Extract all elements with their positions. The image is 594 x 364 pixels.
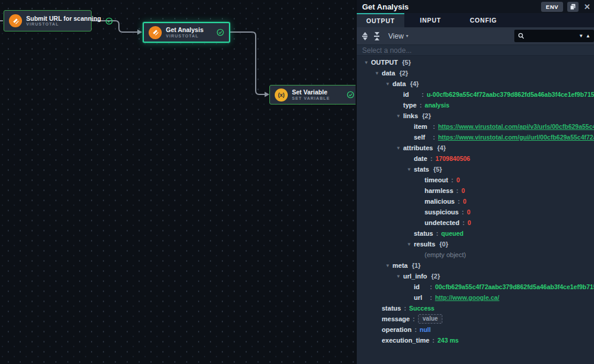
json-value: null	[420, 326, 431, 333]
tree-row: malicious:0	[357, 196, 594, 207]
expander-icon[interactable]: ▼	[384, 81, 392, 87]
app-window: Submit URL for scanning VIRUSTOTAL Get A…	[0, 0, 594, 364]
json-key: item	[414, 123, 430, 130]
search-box: ▼ ▲	[514, 30, 594, 42]
json-key: url	[414, 294, 427, 301]
chevron-down-icon: ▾	[406, 33, 408, 39]
json-key: status	[382, 305, 401, 312]
key-value-separator: :	[414, 326, 417, 333]
tree-row: url:http://www.google.ca/	[357, 292, 594, 303]
json-value: 0	[467, 208, 470, 216]
child-count: {5}	[402, 59, 411, 66]
tree-row: ▼stats{5}	[357, 164, 594, 175]
view-dropdown[interactable]: View ▾	[388, 32, 408, 40]
copy-button[interactable]	[567, 2, 579, 12]
search-input[interactable]	[527, 33, 576, 40]
tree-row: ▼meta{1}	[357, 260, 594, 271]
json-key: type	[403, 102, 417, 109]
json-key: data	[392, 80, 406, 87]
tree-row: undetected:0	[357, 217, 594, 228]
json-link-value[interactable]: http://www.google.ca/	[435, 294, 499, 301]
json-link-value[interactable]: https://www.virustotal.com/api/v3/urls/0…	[438, 123, 594, 130]
tree-row: ▼data{4}	[357, 78, 594, 89]
expander-icon[interactable]: ▼	[384, 263, 392, 268]
expander-icon[interactable]: ▼	[363, 60, 371, 65]
tree-row: execution_time:243 ms	[357, 335, 594, 346]
node-get-analysis[interactable]: Get Analysis VIRUSTOTAL	[143, 22, 230, 43]
child-count: {4}	[437, 144, 446, 151]
child-count: {4}	[410, 80, 419, 87]
tree-row: date:1709840506	[357, 153, 594, 164]
json-value: analysis	[425, 102, 449, 109]
search-next-icon[interactable]: ▲	[586, 34, 590, 39]
select-node-placeholder[interactable]: Select a node...	[357, 45, 594, 56]
env-button[interactable]: ENV	[541, 2, 563, 12]
workflow-canvas[interactable]: Submit URL for scanning VIRUSTOTAL Get A…	[0, 0, 356, 364]
child-count: {0}	[439, 240, 448, 248]
json-key: undetected	[425, 219, 460, 226]
json-value: 0	[461, 187, 465, 194]
tree-row: ▼data{2}	[357, 68, 594, 78]
tree-row: operation:null	[357, 324, 594, 335]
node-submit-url[interactable]: Submit URL for scanning VIRUSTOTAL	[4, 10, 92, 31]
search-prev-icon[interactable]: ▼	[579, 34, 583, 39]
key-value-separator: :	[456, 187, 458, 194]
json-link-value[interactable]: https://www.virustotal.com/gui/url/00cfb…	[438, 134, 594, 141]
tree-row: status:Success	[357, 303, 594, 314]
copy-icon	[570, 4, 576, 10]
key-value-separator: :	[461, 208, 464, 216]
success-check-icon	[347, 91, 354, 99]
expander-icon[interactable]: ▼	[406, 242, 414, 247]
json-key: meta	[392, 262, 408, 269]
tab-output[interactable]: OUTPUT	[357, 13, 404, 27]
child-count: {2}	[431, 273, 440, 280]
tree-row: id:u-00cfb629a55c4f72aabc379d862fd5a46ab…	[357, 89, 594, 100]
virustotal-icon	[9, 14, 22, 27]
tree-row: item:https://www.virustotal.com/api/v3/u…	[357, 121, 594, 132]
json-key: OUTPUT	[371, 59, 398, 66]
tree-row: id:00cfb629a55c4f72aabc379d862fd5a46ab3f…	[357, 281, 594, 292]
key-value-separator: :	[432, 337, 435, 344]
tab-input[interactable]: INPUT	[404, 13, 457, 27]
key-value-separator: :	[433, 123, 435, 130]
close-icon[interactable]: ✕	[584, 2, 590, 11]
json-key: self	[414, 134, 430, 141]
expander-icon[interactable]: ▼	[406, 167, 414, 172]
json-value: Success	[409, 305, 435, 312]
key-value-separator: :	[404, 305, 406, 312]
json-value: 0	[467, 219, 471, 226]
node-detail-panel: Get Analysis ENV ✕ OUTPUT INPUT CONFIG	[356, 0, 594, 364]
child-count: {1}	[412, 262, 421, 269]
json-key: stats	[414, 166, 429, 173]
key-value-separator: :	[430, 294, 432, 301]
collapse-all-icon[interactable]	[374, 32, 379, 40]
expander-icon[interactable]: ▼	[373, 71, 382, 76]
tree-row: ▼url_info{2}	[357, 271, 594, 281]
node-subtitle: SET VARIABLE	[292, 96, 330, 101]
key-value-separator: :	[430, 283, 432, 290]
key-value-separator: :	[451, 176, 454, 183]
output-json-tree: ▼OUTPUT{5}▼data{2}▼data{4}id:u-00cfb629a…	[357, 56, 594, 364]
json-key: url_info	[403, 273, 427, 280]
expander-icon[interactable]: ▼	[395, 274, 403, 279]
tree-row: timeout:0	[357, 175, 594, 185]
json-key: execution_time	[382, 337, 429, 344]
panel-tabbar: OUTPUT INPUT CONFIG	[357, 13, 594, 27]
key-value-separator: :	[458, 198, 460, 205]
expander-icon[interactable]: ▼	[395, 145, 403, 151]
tree-row: harmless:0	[357, 185, 594, 196]
search-icon	[518, 33, 524, 39]
virustotal-icon	[149, 26, 162, 39]
node-title: Get Analysis	[166, 26, 203, 33]
json-key: id	[414, 283, 427, 290]
node-subtitle: VIRUSTOTAL	[26, 22, 101, 27]
output-toolbar: View ▾ ▼ ▲	[357, 27, 594, 45]
node-subtitle: VIRUSTOTAL	[166, 34, 203, 39]
tab-config[interactable]: CONFIG	[457, 13, 510, 27]
node-title: Submit URL for scanning	[26, 15, 101, 22]
expand-all-icon[interactable]	[362, 32, 367, 40]
expander-icon[interactable]: ▼	[395, 113, 403, 119]
node-set-variable[interactable]: (x) Set Variable SET VARIABLE	[269, 85, 356, 105]
tree-row: message:value	[357, 314, 594, 324]
json-key: suspicious	[425, 208, 458, 216]
